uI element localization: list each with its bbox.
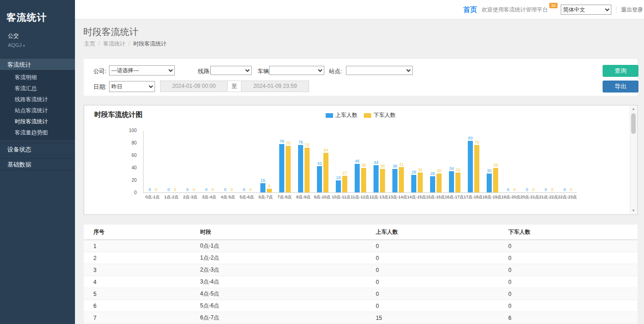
scrollbar-thumb[interactable] xyxy=(631,113,636,134)
bar-value-label: 26 xyxy=(430,171,435,176)
bar[interactable]: 0 xyxy=(147,187,153,192)
query-button[interactable]: 查询 xyxy=(603,65,638,77)
bar[interactable]: 0 xyxy=(203,187,209,192)
export-button[interactable]: 导出 xyxy=(603,81,638,93)
chart-yaxis: 020406080100 xyxy=(124,131,140,193)
bar[interactable]: 38 xyxy=(392,164,398,192)
scroll-down-icon[interactable]: ▼ xyxy=(630,208,637,214)
route-select[interactable] xyxy=(210,66,252,75)
sidebar-section[interactable]: 基础数据 xyxy=(0,158,75,170)
table-row[interactable]: 76点-7点156 xyxy=(84,312,638,324)
bar[interactable]: 0 xyxy=(568,187,574,192)
bar[interactable]: 0 xyxy=(512,187,518,192)
legend-item[interactable]: 下车人数 xyxy=(364,111,396,119)
bar-rect xyxy=(260,183,265,192)
bar[interactable]: 26 xyxy=(430,171,436,192)
bar-group: 3432 xyxy=(445,130,464,192)
bar[interactable]: 0 xyxy=(210,187,216,192)
bar[interactable]: 15 xyxy=(260,178,266,192)
table-cell: 0 xyxy=(376,279,508,285)
bar[interactable]: 28 xyxy=(411,170,417,192)
sidebar-section[interactable]: 客流统计 xyxy=(0,58,75,70)
language-select[interactable]: 简体中文 xyxy=(561,5,611,15)
bar[interactable]: 83 xyxy=(467,136,473,192)
breadcrumb-item[interactable]: 客流统计 xyxy=(103,40,125,47)
logout-link[interactable]: 退出登录 xyxy=(621,6,643,14)
table-row[interactable]: 65点-6点00 xyxy=(84,300,638,312)
bar[interactable]: 0 xyxy=(229,187,235,192)
org-code-dropdown[interactable]: AQGJ▾ xyxy=(8,42,67,48)
bar[interactable]: 0 xyxy=(505,187,511,192)
bar[interactable]: 0 xyxy=(166,187,172,192)
bar[interactable]: 30 xyxy=(436,168,442,192)
bar[interactable]: 64 xyxy=(323,148,329,192)
chart-scrollbar[interactable]: ▲ ▼ xyxy=(630,106,637,214)
bar[interactable]: 39 xyxy=(361,163,367,192)
bar[interactable]: 6 xyxy=(266,184,272,192)
company-select[interactable]: ---请选择--- xyxy=(109,65,175,75)
bar-value-label: 42 xyxy=(317,161,322,166)
bar[interactable]: 44 xyxy=(373,160,379,192)
sidebar-item[interactable]: 客流汇总 xyxy=(0,83,75,94)
station-select[interactable] xyxy=(346,66,413,75)
legend-item[interactable]: 上车人数 xyxy=(326,111,357,119)
bar[interactable]: 0 xyxy=(222,187,228,192)
table-cell: 0 xyxy=(508,303,638,309)
bar[interactable]: 38 xyxy=(380,164,385,192)
bar[interactable]: 76 xyxy=(474,140,480,192)
bar[interactable]: 0 xyxy=(184,187,190,192)
x-tick-label: 4点-5点 xyxy=(218,194,237,200)
sidebar-item[interactable]: 客流明细 xyxy=(0,72,75,83)
bar-rect xyxy=(493,168,498,192)
bar[interactable]: 0 xyxy=(543,187,549,192)
bar[interactable]: 32 xyxy=(455,168,461,192)
bar[interactable]: 41 xyxy=(398,162,404,192)
sidebar-item[interactable]: 站点客流统计 xyxy=(0,105,75,116)
bar-value-label: 0 xyxy=(193,187,195,192)
sidebar-section[interactable]: 设备状态 xyxy=(0,143,75,155)
bar[interactable]: 0 xyxy=(549,187,555,192)
bar[interactable]: 0 xyxy=(530,187,536,192)
scroll-up-icon[interactable]: ▲ xyxy=(630,106,637,112)
sidebar-item[interactable]: 时段客流统计 xyxy=(0,116,75,127)
bar[interactable]: 0 xyxy=(524,187,530,192)
bar-value-label: 0 xyxy=(507,187,509,192)
table-cell: 0 xyxy=(376,303,508,309)
bar[interactable]: 0 xyxy=(172,187,178,192)
date-preset-select[interactable]: 昨日 xyxy=(109,81,155,92)
bar[interactable]: 39 xyxy=(493,163,499,192)
sidebar-item[interactable]: 线路客流统计 xyxy=(0,94,75,105)
bar[interactable]: 32 xyxy=(417,168,423,192)
table-cell: 0 xyxy=(376,267,508,273)
bar[interactable]: 30 xyxy=(486,168,492,192)
bar-rect xyxy=(392,169,397,192)
sidebar-item[interactable]: 客流量趋势图 xyxy=(0,127,75,138)
notification-badge[interactable]: 34 xyxy=(549,3,558,8)
table-row[interactable]: 32点-3点00 xyxy=(84,264,638,276)
bar-value-label: 38 xyxy=(380,164,385,169)
bar-group: 7875 xyxy=(276,130,294,192)
table-row[interactable]: 10点-1点00 xyxy=(84,240,638,252)
table-row[interactable]: 43点-4点00 xyxy=(84,276,638,288)
breadcrumb-item[interactable]: 主页 xyxy=(84,40,95,47)
date-start-input[interactable]: 2024-01-09 00:00 xyxy=(160,81,228,92)
bar[interactable]: 76 xyxy=(298,140,304,192)
bar[interactable]: 0 xyxy=(247,187,253,192)
bar[interactable]: 27 xyxy=(342,171,348,192)
bar[interactable]: 78 xyxy=(279,139,285,192)
bar[interactable]: 34 xyxy=(448,166,454,192)
bar[interactable]: 72 xyxy=(304,143,310,192)
bar[interactable]: 0 xyxy=(562,187,568,192)
table-row[interactable]: 21点-2点00 xyxy=(84,252,638,264)
bar[interactable]: 42 xyxy=(316,161,322,192)
home-link[interactable]: 首页 xyxy=(463,6,477,14)
vehicle-select[interactable] xyxy=(269,66,324,75)
bar[interactable]: 75 xyxy=(285,141,291,192)
date-end-input[interactable]: 2024-01-09 23:59 xyxy=(241,81,309,92)
bar[interactable]: 46 xyxy=(354,159,360,192)
bar[interactable]: 0 xyxy=(241,187,247,192)
table-row[interactable]: 54点-5点00 xyxy=(84,288,638,300)
bar[interactable]: 19 xyxy=(335,175,341,192)
bar[interactable]: 0 xyxy=(153,187,159,192)
bar[interactable]: 0 xyxy=(191,187,197,192)
